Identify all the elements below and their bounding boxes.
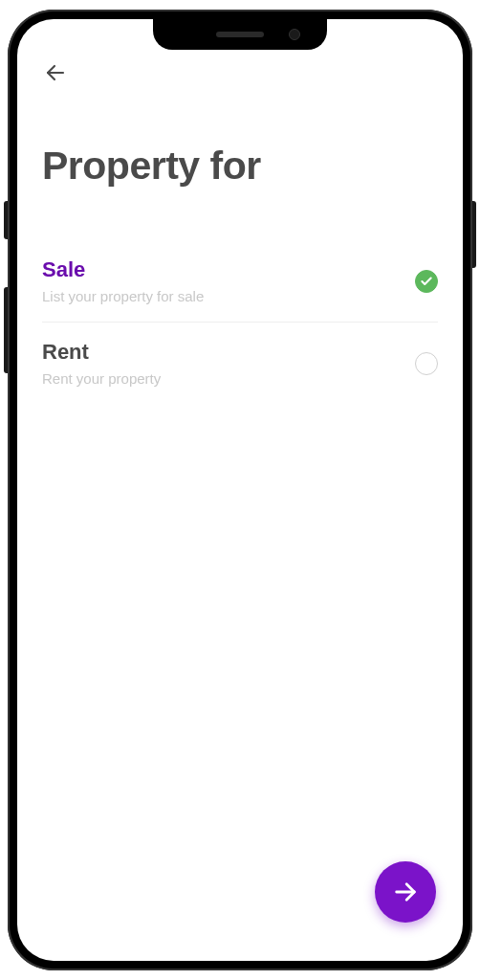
- speaker-grille: [216, 32, 264, 37]
- check-icon: [420, 275, 433, 288]
- radio-unselected[interactable]: [415, 352, 438, 375]
- option-list: Sale List your property for sale Rent Re…: [42, 240, 438, 404]
- back-button[interactable]: [42, 59, 69, 86]
- arrow-left-icon: [44, 61, 67, 84]
- next-button[interactable]: [375, 861, 436, 923]
- screen: Property for Sale List your property for…: [17, 19, 463, 961]
- option-title: Sale: [42, 257, 415, 282]
- front-camera: [289, 29, 300, 40]
- arrow-right-icon: [392, 879, 419, 905]
- option-sale[interactable]: Sale List your property for sale: [42, 240, 438, 322]
- option-desc: Rent your property: [42, 370, 415, 387]
- notch: [153, 19, 327, 50]
- phone-frame: Property for Sale List your property for…: [8, 10, 472, 970]
- option-rent[interactable]: Rent Rent your property: [42, 322, 438, 404]
- page-title: Property for: [42, 144, 438, 189]
- radio-selected[interactable]: [415, 270, 438, 293]
- content-area: Property for Sale List your property for…: [17, 19, 463, 961]
- option-desc: List your property for sale: [42, 288, 415, 304]
- option-title: Rent: [42, 340, 415, 365]
